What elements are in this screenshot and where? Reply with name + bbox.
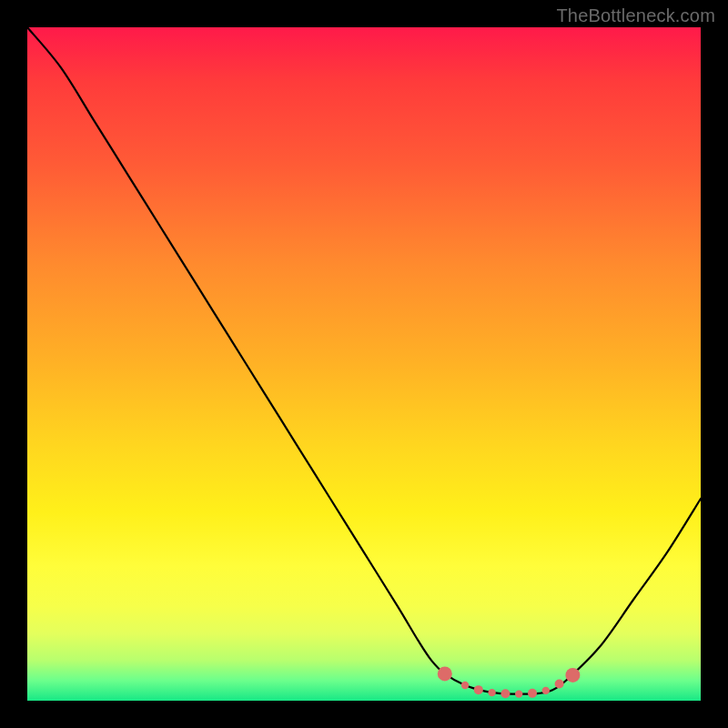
- marker-dot: [500, 689, 510, 698]
- marker-dot: [488, 689, 495, 696]
- watermark-text: TheBottleneck.com: [556, 5, 715, 26]
- marker-dot: [474, 685, 483, 694]
- marker-dot: [515, 690, 522, 697]
- marker-dot: [461, 682, 469, 689]
- marker-dot: [542, 687, 550, 694]
- chart-container: TheBottleneck.com: [0, 0, 728, 728]
- chart-svg: [27, 27, 701, 701]
- marker-dot: [528, 689, 537, 698]
- marker-dot: [438, 666, 452, 681]
- bottleneck-curve: [27, 27, 701, 694]
- marker-dot: [555, 680, 564, 689]
- plot-area: [27, 27, 701, 701]
- marker-dot: [565, 668, 580, 682]
